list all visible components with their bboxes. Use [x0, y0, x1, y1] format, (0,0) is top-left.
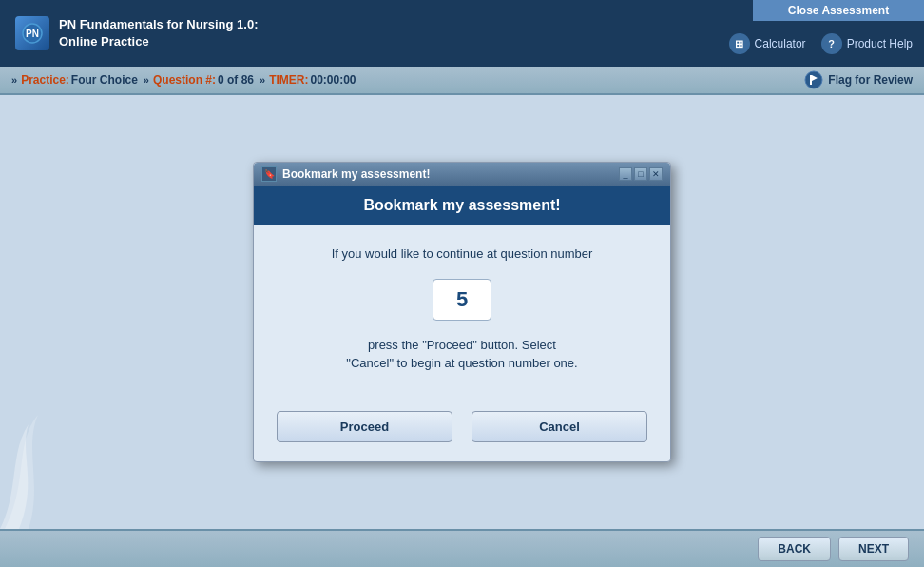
dialog-close-button[interactable]: ✕ — [649, 167, 663, 181]
header-right: Close Assessment ⊞ Calculator ? Product … — [718, 0, 924, 67]
calculator-icon: ⊞ — [729, 33, 750, 54]
back-button[interactable]: BACK — [758, 537, 831, 561]
calculator-label: Calculator — [755, 37, 806, 50]
dialog-titlebar-text: Bookmark my assessment! — [282, 167, 613, 181]
question-label: Question #: — [153, 73, 216, 87]
app-logo-icon: PN — [15, 16, 49, 50]
sub-header-left: » Practice: Four Choice » Question #: 0 … — [11, 70, 913, 89]
timer-info: » TIMER: 00:00:00 — [260, 73, 356, 87]
proceed-button[interactable]: Proceed — [277, 411, 452, 442]
bottom-bar: BACK NEXT — [0, 529, 924, 567]
dialog-header: Bookmark my assessment! — [254, 186, 670, 225]
dialog-overlay: 🔖 Bookmark my assessment! _ □ ✕ Bookmark… — [0, 95, 924, 529]
practice-info: » Practice: Four Choice — [11, 73, 138, 87]
app-title: PN Fundamentals for Nursing 1.0: Online … — [59, 16, 258, 50]
dialog-instruction: press the "Proceed" button. Select"Cance… — [277, 336, 647, 373]
dialog-footer: Proceed Cancel — [254, 411, 670, 461]
header-title-area: PN PN Fundamentals for Nursing 1.0: Onli… — [0, 0, 718, 67]
question-number-box: 5 — [433, 279, 491, 321]
help-icon: ? — [821, 33, 842, 54]
header-tools: ⊞ Calculator ? Product Help — [718, 21, 924, 67]
dialog-minimize-button[interactable]: _ — [619, 167, 632, 181]
svg-rect-3 — [810, 75, 812, 85]
flag-review-label: Flag for Review — [828, 73, 913, 87]
sub-header: » Practice: Four Choice » Question #: 0 … — [0, 67, 924, 95]
close-assessment-button[interactable]: Close Assessment — [753, 0, 924, 21]
practice-label: Practice: — [21, 73, 69, 87]
practice-value: Four Choice — [71, 73, 138, 87]
timer-value: 00:00:00 — [310, 73, 356, 87]
cancel-button[interactable]: Cancel — [472, 411, 647, 442]
main-content: 🔖 Bookmark my assessment! _ □ ✕ Bookmark… — [0, 95, 924, 529]
dialog-header-text: Bookmark my assessment! — [363, 197, 560, 213]
dialog-icon: 🔖 — [261, 166, 277, 182]
dialog-titlebar-controls: _ □ ✕ — [619, 167, 663, 181]
product-help-label: Product Help — [847, 37, 913, 50]
top-header: PN PN Fundamentals for Nursing 1.0: Onli… — [0, 0, 924, 67]
question-value: 0 of 86 — [218, 73, 254, 87]
bookmark-dialog: 🔖 Bookmark my assessment! _ □ ✕ Bookmark… — [253, 162, 671, 462]
dialog-maximize-button[interactable]: □ — [634, 167, 647, 181]
svg-text:PN: PN — [26, 29, 39, 39]
question-info: » Question #: 0 of 86 — [144, 73, 254, 87]
flag-review-button[interactable]: Flag for Review — [804, 70, 913, 89]
dialog-titlebar: 🔖 Bookmark my assessment! _ □ ✕ — [254, 163, 670, 186]
dialog-message: If you would like to continue at questio… — [277, 244, 647, 264]
timer-label: TIMER: — [269, 73, 308, 87]
next-button[interactable]: NEXT — [838, 537, 909, 561]
question-number: 5 — [456, 287, 468, 311]
dialog-body: If you would like to continue at questio… — [254, 225, 670, 411]
calculator-button[interactable]: ⊞ Calculator — [729, 33, 806, 54]
flag-icon — [804, 70, 823, 89]
product-help-button[interactable]: ? Product Help — [821, 33, 913, 54]
